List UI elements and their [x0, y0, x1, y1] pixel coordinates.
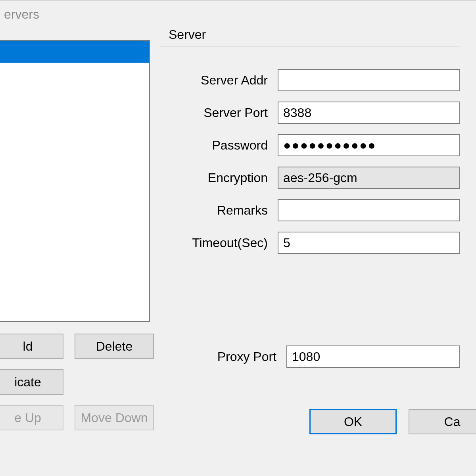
server-group-legend: Server [165, 27, 210, 42]
server-addr-label: Server Addr [159, 73, 278, 88]
encryption-select[interactable]: aes-256-gcm [278, 167, 460, 189]
password-label: Password [159, 138, 278, 153]
title-text: ervers [4, 7, 39, 22]
timeout-label: Timeout(Sec) [159, 236, 278, 250]
encryption-value: aes-256-gcm [283, 171, 357, 185]
timeout-input[interactable] [278, 232, 460, 254]
proxy-port-label: Proxy Port [159, 349, 286, 364]
remarks-input[interactable] [278, 199, 460, 221]
move-up-button[interactable]: e Up [0, 405, 63, 430]
server-port-input[interactable] [278, 102, 460, 124]
move-down-button[interactable]: Move Down [75, 405, 154, 430]
cancel-button[interactable]: Ca [409, 409, 476, 434]
encryption-label: Encryption [159, 171, 278, 185]
dialog-button-row: OK Ca [309, 409, 476, 434]
server-port-label: Server Port [159, 106, 278, 120]
password-input[interactable] [278, 134, 460, 156]
delete-button[interactable]: Delete [75, 334, 154, 359]
server-addr-input[interactable] [278, 69, 460, 91]
ok-button[interactable]: OK [309, 409, 397, 434]
server-list-item-selected[interactable] [0, 41, 149, 63]
window-title: ervers [0, 0, 476, 28]
duplicate-button[interactable]: icate [0, 369, 63, 395]
proxy-port-row: Proxy Port [159, 345, 460, 368]
remarks-label: Remarks [159, 203, 278, 218]
server-group: Server Addr Server Port Password Encrypt… [159, 46, 460, 263]
add-button[interactable]: ld [0, 334, 63, 359]
dialog-content: Server Server Addr Server Port Password … [0, 28, 476, 44]
proxy-port-input[interactable] [286, 345, 460, 368]
edit-servers-dialog: ervers Server Server Addr Server Port Pa… [0, 0, 476, 476]
server-listbox[interactable] [0, 40, 150, 322]
